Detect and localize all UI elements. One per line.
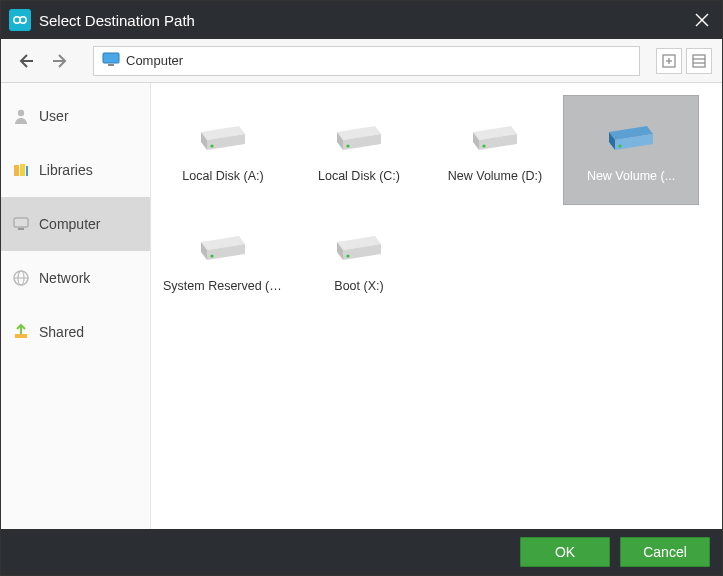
sidebar-item-network[interactable]: Network xyxy=(1,251,150,305)
svg-rect-7 xyxy=(108,64,114,66)
drive-item[interactable]: Boot (X:) xyxy=(291,205,427,315)
svg-rect-16 xyxy=(20,164,25,176)
drive-item[interactable]: New Volume (D:) xyxy=(427,95,563,205)
toolbar: Computer xyxy=(1,39,722,83)
titlebar: Select Destination Path xyxy=(1,1,722,39)
svg-point-31 xyxy=(346,144,349,147)
libraries-icon xyxy=(11,160,31,180)
svg-rect-18 xyxy=(14,218,28,227)
shared-icon xyxy=(11,322,31,342)
breadcrumb: Computer xyxy=(126,53,183,68)
drive-label: System Reserved (G:) xyxy=(163,279,283,293)
app-icon xyxy=(9,9,31,31)
ok-button[interactable]: OK xyxy=(520,537,610,567)
nav-arrows xyxy=(11,47,75,75)
sidebar-item-computer[interactable]: Computer xyxy=(1,197,150,251)
user-icon xyxy=(11,106,31,126)
svg-rect-17 xyxy=(26,166,28,176)
sidebar-item-libraries[interactable]: Libraries xyxy=(1,143,150,197)
svg-point-43 xyxy=(210,254,213,257)
svg-point-39 xyxy=(618,144,621,147)
svg-point-47 xyxy=(346,254,349,257)
drive-icon xyxy=(331,118,387,161)
computer-icon xyxy=(11,214,31,234)
computer-icon xyxy=(102,52,120,70)
sidebar-item-user[interactable]: User xyxy=(1,89,150,143)
path-box[interactable]: Computer xyxy=(93,46,640,76)
drive-label: Local Disk (A:) xyxy=(182,169,263,183)
svg-rect-19 xyxy=(18,228,24,230)
drive-icon xyxy=(603,118,659,161)
svg-rect-15 xyxy=(14,165,19,176)
new-folder-button[interactable] xyxy=(656,48,682,74)
svg-rect-11 xyxy=(693,55,705,67)
back-button[interactable] xyxy=(11,47,39,75)
drive-label: Local Disk (C:) xyxy=(318,169,400,183)
drive-item[interactable]: New Volume (... xyxy=(563,95,699,205)
window-title: Select Destination Path xyxy=(39,12,690,29)
drive-label: New Volume (D:) xyxy=(448,169,542,183)
cancel-button[interactable]: Cancel xyxy=(620,537,710,567)
main: User Libraries Computer Network Shared xyxy=(1,83,722,529)
svg-point-14 xyxy=(18,110,24,116)
sidebar-item-label: User xyxy=(39,108,69,124)
drive-item[interactable]: Local Disk (C:) xyxy=(291,95,427,205)
drive-label: Boot (X:) xyxy=(334,279,383,293)
sidebar-item-label: Shared xyxy=(39,324,84,340)
svg-rect-6 xyxy=(103,53,119,63)
drive-label: New Volume (... xyxy=(587,169,675,183)
forward-button[interactable] xyxy=(47,47,75,75)
sidebar-item-label: Computer xyxy=(39,216,100,232)
drive-icon xyxy=(195,118,251,161)
sidebar-item-label: Network xyxy=(39,270,90,286)
drive-list: Local Disk (A:) Local Disk (C:) New Volu… xyxy=(151,83,722,529)
network-icon xyxy=(11,268,31,288)
svg-rect-23 xyxy=(15,334,27,338)
drive-icon xyxy=(195,228,251,271)
drive-item[interactable]: System Reserved (G:) xyxy=(155,205,291,315)
drive-item[interactable]: Local Disk (A:) xyxy=(155,95,291,205)
svg-point-35 xyxy=(482,144,485,147)
drive-icon xyxy=(331,228,387,271)
sidebar-item-shared[interactable]: Shared xyxy=(1,305,150,359)
footer: OK Cancel xyxy=(1,529,722,575)
sidebar: User Libraries Computer Network Shared xyxy=(1,83,151,529)
drive-icon xyxy=(467,118,523,161)
svg-point-27 xyxy=(210,144,213,147)
sidebar-item-label: Libraries xyxy=(39,162,93,178)
list-view-button[interactable] xyxy=(686,48,712,74)
close-button[interactable] xyxy=(690,8,714,32)
